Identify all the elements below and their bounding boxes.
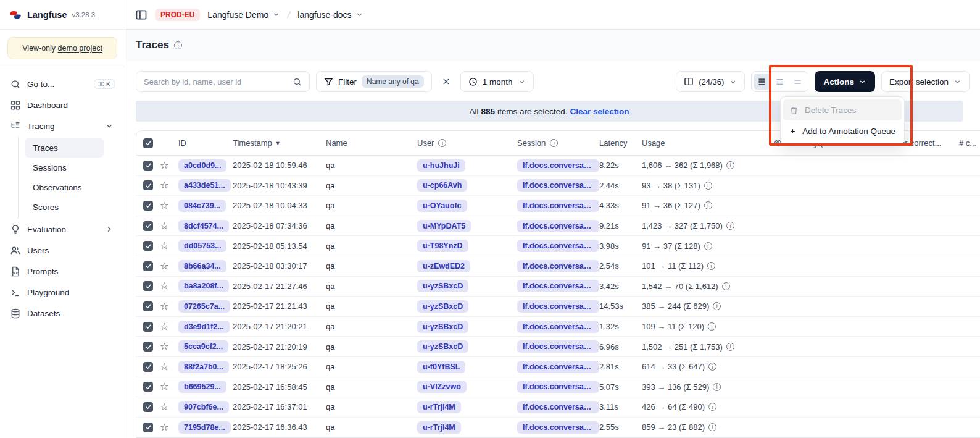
- user-link[interactable]: u-yzSBxcD: [417, 280, 468, 292]
- actions-button[interactable]: Actions: [815, 71, 875, 92]
- table-row[interactable]: ☆ dd05753... 2025-02-18 05:13:54 qa u-T9…: [136, 236, 980, 256]
- table-row[interactable]: ☆ d3e9d1f2... 2025-02-17 21:20:21 qa u-y…: [136, 317, 980, 337]
- row-checkbox[interactable]: [143, 241, 153, 251]
- sidebar-item-evaluation[interactable]: Evaluation: [5, 219, 120, 240]
- session-link[interactable]: lf.docs.conversation...: [517, 381, 599, 393]
- star-icon[interactable]: ☆: [160, 322, 168, 332]
- column-header-id[interactable]: ID: [178, 138, 233, 148]
- user-link[interactable]: u-MYpDAT5: [417, 220, 471, 232]
- trace-id-link[interactable]: 8dcf4574...: [178, 220, 229, 232]
- row-height-small-button[interactable]: [754, 74, 770, 90]
- row-checkbox[interactable]: [143, 402, 153, 412]
- session-link[interactable]: lf.docs.conversation...: [517, 280, 599, 292]
- star-icon[interactable]: ☆: [160, 423, 168, 432]
- row-height-large-button[interactable]: [789, 74, 806, 90]
- row-checkbox[interactable]: [143, 261, 153, 271]
- sidebar-item-tracing[interactable]: Tracing: [5, 116, 120, 137]
- trace-id-link[interactable]: ba8a208f...: [178, 280, 229, 292]
- user-link[interactable]: u-T98YnzD: [417, 240, 468, 252]
- user-link[interactable]: u-cp66Avh: [417, 179, 467, 192]
- column-header-usage[interactable]: Usage: [642, 138, 774, 148]
- trace-id-link[interactable]: dd05753...: [178, 240, 226, 252]
- user-link[interactable]: u-zEwdED2: [417, 260, 470, 272]
- star-icon[interactable]: ☆: [160, 180, 168, 190]
- row-checkbox[interactable]: [143, 382, 153, 392]
- row-checkbox[interactable]: [143, 423, 153, 432]
- session-link[interactable]: lf.docs.conversation...: [517, 421, 599, 434]
- session-link[interactable]: lf.docs.conversation...: [517, 179, 599, 192]
- table-row[interactable]: ☆ 8dcf4574... 2025-02-18 07:34:36 qa u-M…: [136, 216, 980, 237]
- row-checkbox[interactable]: [143, 322, 153, 332]
- session-link[interactable]: lf.docs.conversation...: [517, 220, 599, 232]
- columns-button[interactable]: (24/36): [676, 71, 745, 92]
- star-icon[interactable]: ☆: [160, 382, 168, 392]
- user-link[interactable]: u-huJhuJi: [417, 159, 465, 172]
- org-selector[interactable]: Langfuse Demo: [207, 10, 280, 20]
- table-row[interactable]: ☆ 7195d78e... 2025-02-17 16:36:43 qa u-r…: [136, 418, 980, 438]
- user-link[interactable]: u-yzSBxcD: [417, 340, 468, 353]
- user-link[interactable]: u-rTrjl4M: [417, 421, 461, 434]
- trace-id-link[interactable]: b669529...: [178, 381, 226, 393]
- user-link[interactable]: u-VIZzvwo: [417, 381, 467, 393]
- user-link[interactable]: u-rTrjl4M: [417, 401, 461, 413]
- filter-button[interactable]: Filter Name any of qa: [316, 71, 432, 92]
- star-icon[interactable]: ☆: [160, 281, 168, 291]
- menu-item-add-to-annotation-queue[interactable]: Add to Annotation Queue: [783, 120, 902, 141]
- user-link[interactable]: u-yzSBxcD: [417, 300, 468, 313]
- session-link[interactable]: lf.docs.conversation...: [517, 321, 599, 333]
- table-row[interactable]: ☆ 5cca9cf2... 2025-02-17 21:20:19 qa u-y…: [136, 337, 980, 357]
- row-checkbox[interactable]: [143, 201, 153, 211]
- star-icon[interactable]: ☆: [160, 301, 168, 311]
- select-all-checkbox[interactable]: [143, 138, 153, 148]
- star-icon[interactable]: ☆: [160, 402, 168, 412]
- row-height-medium-button[interactable]: [771, 74, 788, 90]
- column-header-name[interactable]: Name: [326, 138, 417, 148]
- sidebar-item-go-to[interactable]: Go to... ⌘ K: [5, 74, 120, 95]
- trace-id-link[interactable]: 084c739...: [178, 200, 226, 212]
- menu-item-delete-traces[interactable]: Delete Traces: [783, 99, 902, 120]
- star-icon[interactable]: ☆: [160, 362, 168, 372]
- clear-filter-button[interactable]: [438, 74, 454, 90]
- session-link[interactable]: lf.docs.conversation...: [517, 159, 599, 172]
- table-row[interactable]: ☆ ba8a208f... 2025-02-17 21:27:46 qa u-y…: [136, 277, 980, 297]
- table-row[interactable]: ☆ 907cbf6e... 2025-02-17 16:37:01 qa u-r…: [136, 397, 980, 418]
- user-link[interactable]: u-OYauofc: [417, 200, 467, 212]
- project-selector[interactable]: langfuse-docs: [297, 10, 363, 20]
- sidebar-item-datasets[interactable]: Datasets: [5, 303, 120, 324]
- trace-id-link[interactable]: a433de51...: [178, 179, 231, 192]
- row-checkbox[interactable]: [143, 362, 153, 372]
- sidebar-item-scores[interactable]: Scores: [25, 198, 104, 217]
- trace-id-link[interactable]: 07265c7a...: [178, 300, 230, 313]
- row-checkbox[interactable]: [143, 281, 153, 291]
- trace-id-link[interactable]: a0cd0d9...: [178, 159, 226, 172]
- session-link[interactable]: lf.docs.conversation...: [517, 361, 599, 373]
- trace-id-link[interactable]: 5cca9cf2...: [178, 340, 228, 353]
- row-checkbox[interactable]: [143, 161, 153, 171]
- session-link[interactable]: lf.docs.conversation...: [517, 340, 599, 353]
- sidebar-item-traces[interactable]: Traces: [25, 138, 104, 158]
- star-icon[interactable]: ☆: [160, 201, 168, 211]
- session-link[interactable]: lf.docs.conversation...: [517, 260, 599, 272]
- trace-id-link[interactable]: d3e9d1f2...: [178, 321, 230, 333]
- table-row[interactable]: ☆ 88f2a7b0... 2025-02-17 18:25:26 qa u-f…: [136, 357, 980, 377]
- row-checkbox[interactable]: [143, 301, 153, 311]
- table-row[interactable]: ☆ 8b66a34... 2025-02-18 03:30:17 qa u-zE…: [136, 256, 980, 277]
- column-header-user[interactable]: Useri: [417, 138, 517, 148]
- sidebar-item-prompts[interactable]: Prompts: [5, 261, 120, 282]
- table-row[interactable]: ☆ 084c739... 2025-02-18 10:04:33 qa u-OY…: [136, 196, 980, 216]
- search-input[interactable]: Search by id, name, user id: [136, 71, 310, 92]
- sidebar-item-dashboard[interactable]: Dashboard: [5, 95, 120, 116]
- star-icon[interactable]: ☆: [160, 261, 168, 271]
- session-link[interactable]: lf.docs.conversation...: [517, 401, 599, 413]
- star-icon[interactable]: ☆: [160, 342, 168, 352]
- session-link[interactable]: lf.docs.conversation...: [517, 240, 599, 252]
- table-row[interactable]: ☆ 07265c7a... 2025-02-17 21:21:43 qa u-y…: [136, 297, 980, 317]
- column-header-truncated[interactable]: # c...: [959, 138, 980, 148]
- session-link[interactable]: lf.docs.conversation...: [517, 200, 599, 212]
- clear-selection-link[interactable]: Clear selection: [570, 107, 629, 116]
- user-link[interactable]: u-yzSBxcD: [417, 321, 468, 333]
- table-row[interactable]: ☆ a0cd0d9... 2025-02-18 10:59:46 qa u-hu…: [136, 156, 980, 176]
- demo-project-link[interactable]: demo project: [58, 44, 102, 53]
- star-icon[interactable]: ☆: [160, 241, 168, 251]
- star-icon[interactable]: ☆: [160, 221, 168, 231]
